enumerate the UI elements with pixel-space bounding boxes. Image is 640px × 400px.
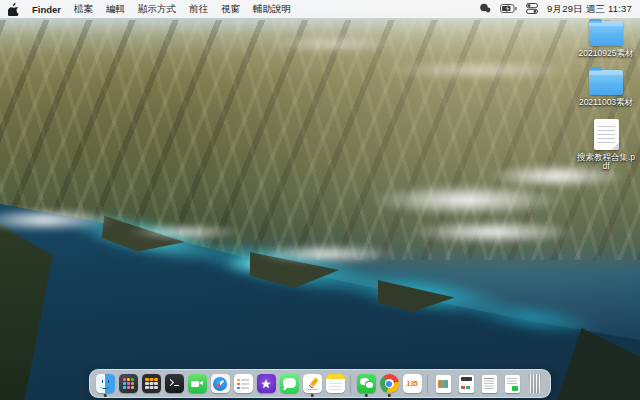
apple-menu[interactable] [8,3,19,16]
cloud [256,244,397,264]
control-center-icon[interactable] [526,3,538,16]
desktop-icon-folder-1[interactable]: 20210925素材 [579,21,634,59]
menu-item-go[interactable]: 前往 [189,3,208,16]
desktop-icon-pdf[interactable]: 搜索教程合集.pdf [575,119,637,173]
minimized-window-thumbnail [482,375,497,393]
battery-charging-icon[interactable] [500,4,517,15]
folder-icon [589,21,623,46]
cloud [269,36,397,52]
apple-logo-icon [8,3,19,16]
dock-135editor[interactable]: 135 [402,372,422,396]
dock-trash[interactable] [525,372,545,396]
cloud [128,224,243,240]
reminders-icon [234,374,253,393]
desktop-icon-label: 20211003素材 [579,98,633,108]
pages-icon [303,374,322,393]
running-indicator [104,394,107,397]
dock-terminal[interactable] [164,372,184,396]
wechat-icon [357,374,376,393]
menu-item-finder[interactable]: Finder [32,4,61,15]
dock-facetime[interactable] [187,372,207,396]
trash-icon [527,374,543,393]
dock-finder[interactable] [95,372,115,396]
pdf-document-icon [594,119,619,150]
notes-icon [326,374,345,393]
minimized-window-thumbnail [505,375,520,393]
desktop-icon-label: 20210925素材 [579,49,634,59]
desktop-icon-label: 搜索教程合集.pdf [575,153,637,173]
menu-bar-clock[interactable]: 9月29日 週三 11:37 [547,3,632,16]
dock-minimized-window-3[interactable] [479,372,499,396]
dock-launchpad[interactable] [118,372,138,396]
menu-item-window[interactable]: 視窗 [221,3,240,16]
minimized-window-thumbnail [436,375,451,393]
imovie-star-icon [257,374,276,393]
menu-item-edit[interactable]: 編輯 [106,3,125,16]
menu-item-file[interactable]: 檔案 [74,3,93,16]
dock-minimized-window-1[interactable] [433,372,453,396]
dock-imovie[interactable] [256,372,276,396]
running-indicator [388,394,391,397]
messages-icon [280,374,299,393]
running-indicator [311,394,314,397]
chrome-icon [380,374,399,393]
dock-calculator[interactable] [141,372,161,396]
wallpaper [0,0,640,400]
cloud [410,220,576,244]
menu-item-help[interactable]: 輔助說明 [253,3,291,16]
dock-notes[interactable] [325,372,345,396]
dock: 135 [89,369,551,398]
running-indicator [365,394,368,397]
desktop-icon-folder-2[interactable]: 20211003素材 [579,70,633,108]
calculator-icon [142,374,161,393]
menu-bar-left: Finder 檔案 編輯 顯示方式 前往 視窗 輔助說明 [8,3,291,16]
135editor-icon: 135 [403,374,422,393]
menu-bar: Finder 檔案 編輯 顯示方式 前往 視窗 輔助說明 [0,0,640,18]
facetime-icon [188,374,207,393]
menu-item-view[interactable]: 顯示方式 [138,3,176,16]
dock-minimized-window-2[interactable] [456,372,476,396]
minimized-window-thumbnail [459,375,474,393]
dock-chrome[interactable] [379,372,399,396]
dock-separator [427,375,428,393]
input-method-icon[interactable] [479,2,491,16]
terminal-icon [165,374,184,393]
dock-separator [350,375,351,393]
folder-icon [589,70,623,95]
desktop-icon-column: 20210925素材 20211003素材 搜索教程合集.pdf [575,21,637,183]
dock-minimized-window-4[interactable] [502,372,522,396]
dock-messages[interactable] [279,372,299,396]
safari-icon [211,374,230,393]
menu-bar-status: 9月29日 週三 11:37 [479,2,632,16]
dock-safari[interactable] [210,372,230,396]
cloud [371,184,563,216]
cloud [384,60,576,80]
desktop: Finder 檔案 編輯 顯示方式 前往 視窗 輔助說明 [0,0,640,400]
launchpad-icon [119,374,138,393]
finder-icon [96,374,115,393]
dock-wechat[interactable] [356,372,376,396]
dock-reminders[interactable] [233,372,253,396]
dock-pages[interactable] [302,372,322,396]
